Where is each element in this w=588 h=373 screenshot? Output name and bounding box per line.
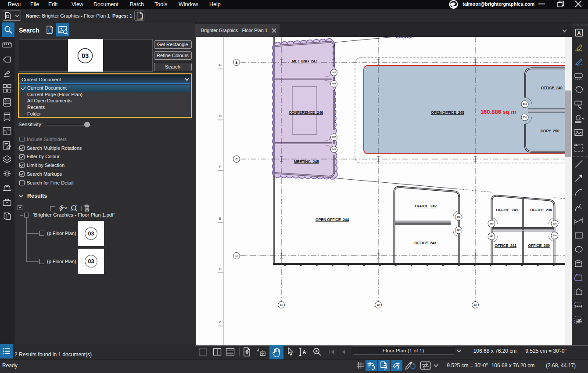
svg-text:OFFICE 249: OFFICE 249	[541, 86, 563, 90]
svg-text:249: 249	[523, 103, 527, 105]
svg-text:D: D	[235, 254, 237, 257]
svg-text:OFFICE 239: OFFICE 239	[528, 243, 550, 248]
svg-text:MEETING 247: MEETING 247	[292, 59, 317, 63]
svg-text:239: 239	[553, 234, 557, 237]
svg-text:243: 243	[457, 229, 461, 232]
svg-text:02: 02	[377, 304, 380, 306]
svg-text:OPEN OFFICE 244: OPEN OFFICE 244	[316, 217, 349, 222]
svg-text:E: E	[219, 217, 221, 221]
svg-text:OFFICE 241: OFFICE 241	[495, 243, 516, 248]
svg-text:C: C	[219, 320, 222, 324]
svg-text:238: 238	[553, 222, 557, 225]
svg-text:246B: 246B	[332, 136, 336, 138]
svg-text:COPY 250: COPY 250	[541, 129, 559, 133]
svg-text:H: H	[219, 63, 221, 67]
svg-text:247: 247	[332, 71, 336, 74]
svg-text:A: A	[302, 349, 306, 355]
svg-text:D: D	[219, 267, 222, 271]
svg-text:03: 03	[88, 258, 94, 264]
svg-text:03: 03	[474, 304, 477, 306]
svg-text:245: 245	[332, 148, 336, 151]
svg-text:CONFERENCE 246: CONFERENCE 246	[289, 110, 323, 115]
svg-text:G: G	[219, 114, 222, 118]
svg-text:B: B	[235, 61, 237, 64]
svg-text:OFFICE 238: OFFICE 238	[530, 208, 552, 212]
svg-text:250: 250	[523, 116, 527, 119]
svg-text:OFFICE 240: OFFICE 240	[496, 208, 518, 212]
svg-text:03: 03	[88, 231, 94, 237]
svg-text:242: 242	[457, 216, 461, 218]
svg-text:OFFICE 242: OFFICE 242	[415, 204, 437, 208]
svg-text:C: C	[235, 158, 237, 161]
svg-text:160.886 sq m: 160.886 sq m	[480, 109, 516, 115]
svg-text:246A: 246A	[332, 83, 336, 85]
svg-text:01: 01	[280, 304, 283, 306]
svg-text:03: 03	[82, 52, 89, 59]
svg-text:MEETING 245: MEETING 245	[294, 159, 319, 164]
svg-text:OPEN OFFICE 248: OPEN OFFICE 248	[431, 110, 464, 115]
svg-text:241: 241	[490, 235, 494, 238]
svg-text:F: F	[219, 165, 222, 169]
svg-text:OFFICE 243: OFFICE 243	[414, 241, 436, 245]
svg-text:240: 240	[490, 222, 494, 225]
svg-text:A: A	[577, 30, 581, 36]
